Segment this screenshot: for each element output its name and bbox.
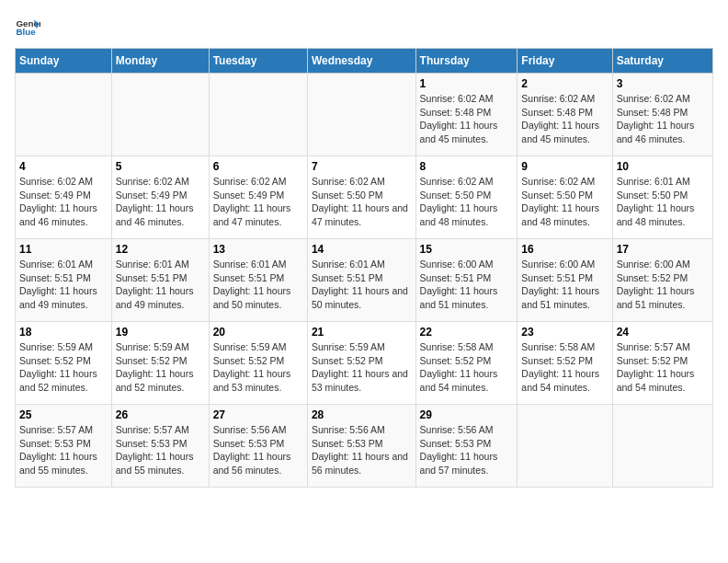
day-detail: Sunrise: 6:02 AM Sunset: 5:48 PM Dayligh… [420, 92, 514, 146]
calendar-cell [209, 74, 307, 156]
calendar-cell: 8Sunrise: 6:02 AM Sunset: 5:50 PM Daylig… [415, 156, 518, 239]
calendar-row-4: 25Sunrise: 5:57 AM Sunset: 5:53 PM Dayli… [16, 405, 713, 488]
day-number: 2 [521, 77, 608, 90]
day-detail: Sunrise: 6:02 AM Sunset: 5:49 PM Dayligh… [116, 175, 205, 229]
day-detail: Sunrise: 6:01 AM Sunset: 5:51 PM Dayligh… [312, 258, 412, 312]
calendar-row-2: 11Sunrise: 6:01 AM Sunset: 5:51 PM Dayli… [16, 239, 713, 322]
day-detail: Sunrise: 6:02 AM Sunset: 5:49 PM Dayligh… [19, 175, 108, 229]
calendar-cell: 7Sunrise: 6:02 AM Sunset: 5:50 PM Daylig… [307, 156, 415, 239]
calendar-cell: 1Sunrise: 6:02 AM Sunset: 5:48 PM Daylig… [415, 74, 518, 156]
calendar-cell: 16Sunrise: 6:00 AM Sunset: 5:51 PM Dayli… [518, 239, 612, 322]
day-detail: Sunrise: 5:59 AM Sunset: 5:52 PM Dayligh… [19, 340, 108, 395]
day-number: 10 [617, 160, 709, 173]
calendar-cell: 20Sunrise: 5:59 AM Sunset: 5:52 PM Dayli… [209, 322, 307, 405]
calendar-cell: 23Sunrise: 5:58 AM Sunset: 5:52 PM Dayli… [518, 322, 612, 405]
header-sunday: Sunday [16, 49, 112, 74]
logo: General Blue [15, 15, 44, 40]
calendar-cell: 6Sunrise: 6:02 AM Sunset: 5:49 PM Daylig… [209, 156, 307, 239]
day-detail: Sunrise: 6:02 AM Sunset: 5:48 PM Dayligh… [617, 92, 709, 146]
calendar-cell: 15Sunrise: 6:00 AM Sunset: 5:51 PM Dayli… [415, 239, 518, 322]
day-detail: Sunrise: 5:59 AM Sunset: 5:52 PM Dayligh… [312, 340, 412, 395]
day-detail: Sunrise: 6:01 AM Sunset: 5:51 PM Dayligh… [213, 258, 303, 312]
day-detail: Sunrise: 5:57 AM Sunset: 5:52 PM Dayligh… [617, 340, 709, 395]
day-number: 1 [420, 77, 514, 90]
day-number: 22 [420, 326, 514, 339]
calendar-row-1: 4Sunrise: 6:02 AM Sunset: 5:49 PM Daylig… [16, 156, 713, 239]
header-friday: Friday [518, 49, 612, 74]
day-number: 6 [213, 160, 303, 173]
day-detail: Sunrise: 5:58 AM Sunset: 5:52 PM Dayligh… [420, 340, 514, 395]
calendar-cell: 10Sunrise: 6:01 AM Sunset: 5:50 PM Dayli… [612, 156, 712, 239]
calendar-cell: 9Sunrise: 6:02 AM Sunset: 5:50 PM Daylig… [518, 156, 612, 239]
day-detail: Sunrise: 6:00 AM Sunset: 5:52 PM Dayligh… [617, 258, 709, 312]
day-number: 20 [213, 326, 303, 339]
day-number: 26 [116, 408, 205, 421]
calendar-cell: 2Sunrise: 6:02 AM Sunset: 5:48 PM Daylig… [518, 74, 612, 156]
calendar-cell: 17Sunrise: 6:00 AM Sunset: 5:52 PM Dayli… [612, 239, 712, 322]
calendar-cell: 14Sunrise: 6:01 AM Sunset: 5:51 PM Dayli… [307, 239, 415, 322]
day-number: 28 [312, 408, 412, 421]
day-number: 12 [116, 243, 205, 256]
day-number: 4 [19, 160, 108, 173]
day-detail: Sunrise: 6:00 AM Sunset: 5:51 PM Dayligh… [420, 258, 514, 312]
calendar-cell: 4Sunrise: 6:02 AM Sunset: 5:49 PM Daylig… [16, 156, 112, 239]
day-number: 5 [116, 160, 205, 173]
day-detail: Sunrise: 5:57 AM Sunset: 5:53 PM Dayligh… [19, 423, 108, 477]
day-number: 24 [617, 326, 709, 339]
day-number: 18 [19, 326, 108, 339]
day-detail: Sunrise: 5:56 AM Sunset: 5:53 PM Dayligh… [312, 423, 412, 477]
day-number: 23 [521, 326, 608, 339]
logo-icon: General Blue [15, 15, 40, 40]
calendar-cell [518, 405, 612, 488]
day-number: 7 [312, 160, 412, 173]
header-tuesday: Tuesday [209, 49, 307, 74]
page-header: General Blue [15, 15, 713, 40]
day-number: 27 [213, 408, 303, 421]
day-detail: Sunrise: 5:56 AM Sunset: 5:53 PM Dayligh… [420, 423, 514, 477]
calendar-table: SundayMondayTuesdayWednesdayThursdayFrid… [15, 48, 713, 488]
day-number: 16 [521, 243, 608, 256]
day-number: 8 [420, 160, 514, 173]
calendar-cell: 11Sunrise: 6:01 AM Sunset: 5:51 PM Dayli… [16, 239, 112, 322]
day-number: 3 [617, 77, 709, 90]
day-detail: Sunrise: 6:01 AM Sunset: 5:50 PM Dayligh… [617, 175, 709, 229]
svg-text:Blue: Blue [16, 27, 36, 37]
day-number: 13 [213, 243, 303, 256]
calendar-cell: 22Sunrise: 5:58 AM Sunset: 5:52 PM Dayli… [415, 322, 518, 405]
calendar-cell [307, 74, 415, 156]
calendar-cell: 26Sunrise: 5:57 AM Sunset: 5:53 PM Dayli… [111, 405, 209, 488]
header-thursday: Thursday [415, 49, 518, 74]
day-detail: Sunrise: 5:59 AM Sunset: 5:52 PM Dayligh… [116, 340, 205, 395]
calendar-cell: 13Sunrise: 6:01 AM Sunset: 5:51 PM Dayli… [209, 239, 307, 322]
day-detail: Sunrise: 5:57 AM Sunset: 5:53 PM Dayligh… [116, 423, 205, 477]
calendar-cell: 19Sunrise: 5:59 AM Sunset: 5:52 PM Dayli… [111, 322, 209, 405]
calendar-cell: 12Sunrise: 6:01 AM Sunset: 5:51 PM Dayli… [111, 239, 209, 322]
day-number: 21 [312, 326, 412, 339]
day-number: 19 [116, 326, 205, 339]
day-detail: Sunrise: 6:02 AM Sunset: 5:48 PM Dayligh… [521, 92, 608, 146]
calendar-cell: 21Sunrise: 5:59 AM Sunset: 5:52 PM Dayli… [307, 322, 415, 405]
day-detail: Sunrise: 6:02 AM Sunset: 5:50 PM Dayligh… [312, 175, 412, 229]
calendar-cell: 28Sunrise: 5:56 AM Sunset: 5:53 PM Dayli… [307, 405, 415, 488]
calendar-header-row: SundayMondayTuesdayWednesdayThursdayFrid… [16, 49, 713, 74]
calendar-cell [612, 405, 712, 488]
calendar-row-0: 1Sunrise: 6:02 AM Sunset: 5:48 PM Daylig… [16, 74, 713, 156]
day-detail: Sunrise: 5:59 AM Sunset: 5:52 PM Dayligh… [213, 340, 303, 395]
calendar-row-3: 18Sunrise: 5:59 AM Sunset: 5:52 PM Dayli… [16, 322, 713, 405]
day-number: 15 [420, 243, 514, 256]
day-detail: Sunrise: 6:02 AM Sunset: 5:49 PM Dayligh… [213, 175, 303, 229]
day-number: 9 [521, 160, 608, 173]
header-wednesday: Wednesday [307, 49, 415, 74]
calendar-cell: 18Sunrise: 5:59 AM Sunset: 5:52 PM Dayli… [16, 322, 112, 405]
calendar-cell: 29Sunrise: 5:56 AM Sunset: 5:53 PM Dayli… [415, 405, 518, 488]
day-number: 25 [19, 408, 108, 421]
day-detail: Sunrise: 6:01 AM Sunset: 5:51 PM Dayligh… [19, 258, 108, 312]
calendar-cell: 25Sunrise: 5:57 AM Sunset: 5:53 PM Dayli… [16, 405, 112, 488]
calendar-cell: 24Sunrise: 5:57 AM Sunset: 5:52 PM Dayli… [612, 322, 712, 405]
calendar-cell: 27Sunrise: 5:56 AM Sunset: 5:53 PM Dayli… [209, 405, 307, 488]
day-number: 17 [617, 243, 709, 256]
day-detail: Sunrise: 6:00 AM Sunset: 5:51 PM Dayligh… [521, 258, 608, 312]
day-detail: Sunrise: 6:02 AM Sunset: 5:50 PM Dayligh… [521, 175, 608, 229]
calendar-cell [111, 74, 209, 156]
calendar-cell [16, 74, 112, 156]
